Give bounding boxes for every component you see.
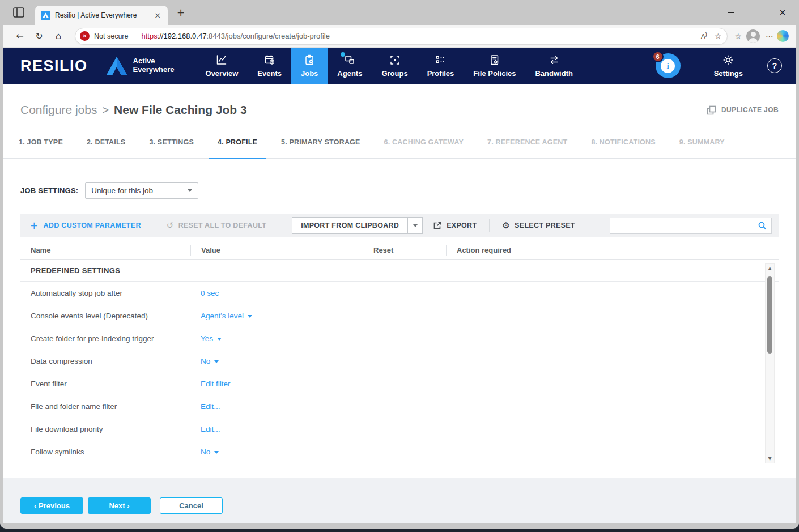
- previous-button[interactable]: ‹ Previous: [20, 497, 83, 514]
- wizard-step[interactable]: 4. PROFILE: [218, 138, 257, 147]
- product-name: Active Everywhere: [133, 57, 175, 74]
- new-tab-icon[interactable]: +: [177, 7, 185, 18]
- notifications-button[interactable]: i 6: [656, 53, 681, 78]
- table-row: File download priorityEdit...: [20, 418, 779, 440]
- duplicate-job-button[interactable]: DUPLICATE JOB: [707, 105, 779, 115]
- maximize-button[interactable]: [743, 0, 770, 25]
- param-name: Data compression: [20, 357, 190, 365]
- table-row: Event filterEdit filter: [20, 372, 779, 395]
- tab-title: Resilio | Active Everywhere: [55, 11, 152, 19]
- nav-item-settings[interactable]: Settings: [704, 54, 753, 78]
- param-value[interactable]: Edit filter: [190, 380, 363, 388]
- import-options-button[interactable]: [408, 217, 423, 234]
- next-button[interactable]: Next ›: [88, 497, 151, 514]
- export-icon: [433, 221, 442, 230]
- nav-item-file-policies[interactable]: File Policies: [464, 48, 525, 84]
- wizard-step[interactable]: 1. JOB TYPE: [19, 138, 63, 147]
- param-value[interactable]: 0 sec: [190, 289, 363, 297]
- copilot-icon[interactable]: [777, 30, 789, 42]
- nav-item-profiles[interactable]: Profiles: [418, 48, 464, 84]
- chevron-down-icon: [217, 338, 222, 341]
- chevron-down-icon: [188, 189, 192, 192]
- nav-items: OverviewEventsJobsAgentsGroupsProfilesFi…: [196, 48, 583, 84]
- param-value[interactable]: No: [190, 448, 363, 456]
- wizard-step[interactable]: 2. DETAILS: [87, 138, 125, 147]
- nav-item-bandwidth[interactable]: Bandwidth: [525, 48, 582, 84]
- security-label[interactable]: Not secure: [94, 32, 128, 40]
- minimize-button[interactable]: [717, 0, 743, 25]
- wizard-step: 6. CACHING GATEWAY: [384, 138, 464, 147]
- param-name: Automatically stop job after: [20, 289, 190, 297]
- table-scrollbar[interactable]: ▲ ▼: [765, 263, 775, 463]
- browser-tab[interactable]: Resilio | Active Everywhere ×: [35, 6, 168, 25]
- table-row: File and folder name filterEdit...: [20, 395, 779, 418]
- param-value[interactable]: Yes: [190, 334, 363, 343]
- close-button[interactable]: ×: [770, 0, 796, 25]
- column-header-action-required: Action required: [446, 245, 615, 256]
- back-icon[interactable]: ←: [10, 28, 29, 45]
- events-icon: [264, 54, 276, 66]
- url-field[interactable]: ✕ Not secure https://192.168.0.47:8443/j…: [75, 28, 728, 45]
- info-icon: i: [661, 59, 675, 73]
- param-value[interactable]: Edit...: [190, 425, 363, 433]
- search-button[interactable]: [753, 218, 771, 233]
- cancel-button[interactable]: Cancel: [160, 497, 223, 514]
- refresh-icon[interactable]: ↻: [29, 28, 49, 45]
- param-value[interactable]: No: [190, 357, 363, 365]
- nav-item-overview[interactable]: Overview: [196, 48, 248, 84]
- not-secure-icon: ✕: [80, 31, 90, 41]
- param-name: Event filter: [20, 380, 190, 388]
- search-icon: [758, 221, 767, 230]
- nav-item-events[interactable]: Events: [248, 48, 291, 84]
- tab-close-icon[interactable]: ×: [152, 11, 163, 20]
- breadcrumb-separator: >: [102, 104, 109, 117]
- favorite-star-icon[interactable]: ☆: [715, 32, 722, 41]
- import-from-clipboard-button[interactable]: IMPORT FROM CLIPBOARD: [292, 217, 408, 234]
- scroll-down-icon[interactable]: ▼: [766, 456, 774, 461]
- divider: [489, 219, 490, 232]
- table-row: Automatically stop job after0 sec: [20, 282, 779, 304]
- reset-icon: ↺: [167, 220, 174, 231]
- more-menu-icon[interactable]: ⋯: [766, 32, 774, 41]
- param-name: Follow symlinks: [20, 448, 190, 456]
- read-aloud-icon[interactable]: A): [701, 31, 707, 41]
- reset-all-to-default-button[interactable]: ↺ RESET ALL TO DEFAULT: [167, 220, 266, 231]
- help-button[interactable]: ?: [767, 58, 782, 73]
- scrollbar-thumb[interactable]: [767, 276, 772, 354]
- nav-item-jobs[interactable]: Jobs: [291, 48, 328, 84]
- column-header-name: Name: [20, 245, 190, 256]
- column-header-reset: Reset: [363, 245, 446, 256]
- nav-item-groups[interactable]: Groups: [372, 48, 417, 84]
- window-controls: ×: [717, 0, 796, 25]
- profile-avatar[interactable]: [746, 29, 760, 43]
- favorites-bar-icon[interactable]: ☆: [734, 32, 742, 41]
- job-settings-select[interactable]: Unique for this job: [85, 182, 198, 199]
- wizard-step: 8. NOTIFICATIONS: [591, 138, 655, 147]
- param-value[interactable]: Agent's level: [190, 312, 363, 320]
- nav-item-agents[interactable]: Agents: [328, 48, 372, 84]
- address-bar: ← ↻ ⌂ ✕ Not secure https://192.168.0.47:…: [3, 25, 796, 48]
- column-header-empty: [615, 245, 779, 256]
- select-preset-button[interactable]: ⚙ SELECT PRESET: [502, 220, 575, 231]
- search-box: [610, 218, 772, 234]
- param-name: File and folder name filter: [20, 402, 190, 411]
- param-value[interactable]: Edit...: [190, 402, 363, 411]
- browser-window: Resilio | Active Everywhere × + × ← ↻ ⌂ …: [0, 0, 799, 529]
- agents-icon: [343, 54, 356, 66]
- url-host: ://192.168.0.47: [158, 32, 207, 40]
- home-icon[interactable]: ⌂: [49, 28, 68, 45]
- add-custom-parameter-button[interactable]: + ADD CUSTOM PARAMETER: [30, 220, 141, 231]
- wizard-step[interactable]: 5. PRIMARY STORAGE: [281, 138, 360, 147]
- scroll-up-icon[interactable]: ▲: [766, 266, 774, 271]
- file-policies-icon: [488, 54, 501, 66]
- wizard-step[interactable]: 3. SETTINGS: [149, 138, 194, 147]
- export-button[interactable]: EXPORT: [433, 221, 477, 230]
- tab-actions-icon[interactable]: [11, 6, 26, 19]
- param-name: File download priority: [20, 425, 190, 433]
- search-input[interactable]: [610, 218, 753, 233]
- url-path: :8443/jobs/configure/create/job-profile: [206, 32, 330, 40]
- active-everywhere-logo-icon: [105, 56, 129, 76]
- breadcrumb-parent[interactable]: Configure jobs: [20, 103, 97, 117]
- url-text[interactable]: https://192.168.0.47:8443/jobs/configure…: [141, 32, 696, 40]
- resilio-favicon-icon: [41, 11, 50, 20]
